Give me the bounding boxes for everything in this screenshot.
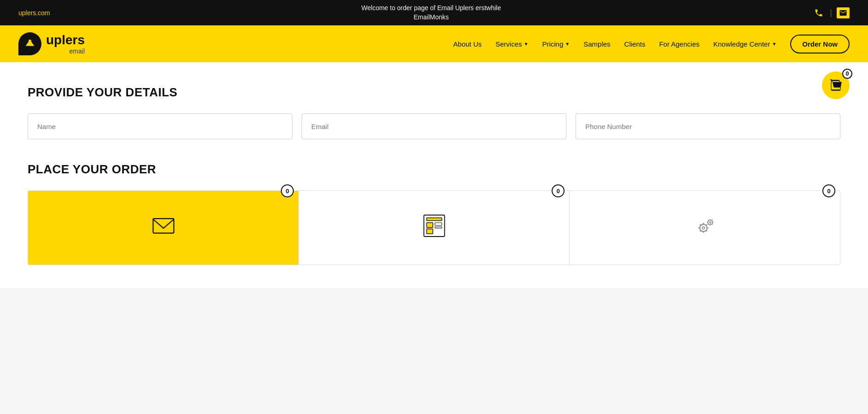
svg-rect-7 — [435, 223, 442, 225]
header: uplers email About Us Services ▼ Pricing… — [0, 25, 868, 62]
nav-samples[interactable]: Samples — [583, 40, 610, 48]
order-card-layout[interactable]: 0 — [299, 191, 570, 265]
svg-point-1 — [29, 40, 31, 42]
phone-input[interactable] — [576, 113, 840, 139]
logo-uplers-text: uplers — [46, 33, 85, 47]
services-dropdown-arrow: ▼ — [524, 41, 529, 47]
gear-card-icon — [691, 212, 719, 244]
contact-icons: | — [812, 6, 850, 19]
logo[interactable]: uplers email — [18, 32, 85, 55]
order-card-gear[interactable]: 0 — [570, 191, 840, 265]
email-card-icon — [150, 212, 177, 244]
email-card-badge: 0 — [281, 184, 294, 197]
details-form — [28, 113, 840, 139]
main-content: 0 PROVIDE YOUR DETAILS PLACE YOUR ORDER … — [0, 62, 868, 288]
nav-services[interactable]: Services ▼ — [495, 40, 528, 48]
layout-card-icon — [420, 212, 448, 244]
svg-rect-8 — [435, 227, 442, 228]
svg-rect-5 — [426, 223, 433, 228]
order-now-button[interactable]: Order Now — [790, 35, 850, 53]
logo-email-text: email — [46, 47, 85, 55]
pricing-dropdown-arrow: ▼ — [565, 41, 570, 47]
email-input[interactable] — [302, 113, 566, 139]
svg-point-12 — [709, 221, 711, 223]
provide-details-title: PROVIDE YOUR DETAILS — [28, 85, 840, 100]
mail-icon[interactable] — [837, 7, 850, 18]
site-link[interactable]: uplers.com — [18, 9, 50, 17]
nav-about-us[interactable]: About Us — [453, 40, 482, 48]
order-cards: 0 0 — [28, 190, 840, 265]
logo-icon — [18, 32, 41, 55]
gear-card-badge: 0 — [822, 184, 835, 197]
logo-text: uplers email — [46, 33, 85, 55]
main-nav: About Us Services ▼ Pricing ▼ Samples Cl… — [453, 35, 850, 53]
nav-knowledge-center[interactable]: Knowledge Center ▼ — [713, 40, 776, 48]
knowledge-dropdown-arrow: ▼ — [772, 41, 776, 47]
svg-point-10 — [702, 226, 705, 229]
top-bar: uplers.com Welcome to order page of Emai… — [0, 0, 868, 25]
divider: | — [830, 8, 832, 18]
place-order-title: PLACE YOUR ORDER — [28, 162, 840, 177]
svg-rect-2 — [153, 219, 174, 233]
cart-container: 0 — [822, 71, 850, 99]
svg-rect-4 — [426, 218, 442, 220]
svg-rect-6 — [426, 229, 433, 234]
provide-details-section: PROVIDE YOUR DETAILS — [28, 85, 840, 139]
place-order-section: PLACE YOUR ORDER 0 0 — [28, 162, 840, 265]
nav-for-agencies[interactable]: For Agencies — [659, 40, 699, 48]
cart-badge: 0 — [842, 69, 852, 79]
cart-button[interactable]: 0 — [822, 71, 850, 99]
nav-pricing[interactable]: Pricing ▼ — [542, 40, 570, 48]
nav-clients[interactable]: Clients — [624, 40, 646, 48]
order-card-email[interactable]: 0 — [28, 191, 299, 265]
phone-icon[interactable] — [812, 6, 825, 19]
layout-card-badge: 0 — [552, 184, 565, 197]
name-input[interactable] — [28, 113, 292, 139]
welcome-message: Welcome to order page of Email Uplers er… — [50, 4, 812, 22]
